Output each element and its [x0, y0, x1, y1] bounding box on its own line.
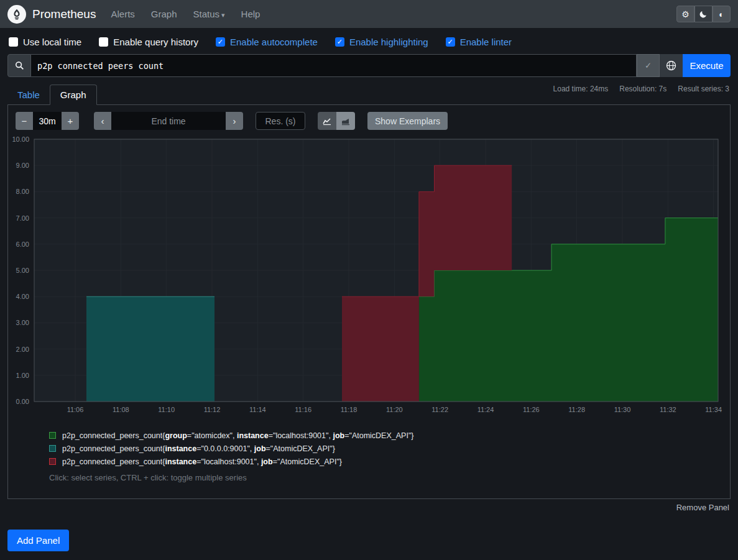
nav-item-status[interactable]: Status▾	[193, 9, 225, 19]
svg-text:11:08: 11:08	[113, 406, 129, 413]
remove-panel-link[interactable]: Remove Panel	[676, 503, 729, 512]
series-swatch-icon	[49, 432, 56, 439]
graph-panel: − + ‹ › Show Exemplars	[7, 104, 731, 499]
prometheus-brand[interactable]: Prometheus	[7, 5, 96, 24]
svg-text:11:06: 11:06	[67, 406, 84, 413]
svg-text:11:20: 11:20	[386, 406, 403, 413]
dark-theme-button[interactable]	[694, 6, 713, 22]
checkbox-enable-highlighting[interactable]: ✓ Enable highlighting	[335, 37, 428, 47]
auto-theme-button[interactable]: ◐	[713, 6, 731, 22]
svg-text:4.00: 4.00	[16, 293, 29, 300]
settings-gear-button[interactable]: ⚙	[676, 6, 694, 22]
brand-title: Prometheus	[32, 7, 96, 21]
time-forward-button[interactable]: ›	[226, 112, 243, 130]
tab-table[interactable]: Table	[7, 85, 50, 104]
resolution: Resolution: 7s	[619, 85, 667, 93]
plus-icon: +	[68, 116, 73, 126]
navbar: Prometheus Alerts Graph Status▾ Help ⚙ ◐	[0, 0, 738, 28]
svg-text:7.00: 7.00	[16, 214, 29, 222]
nav-item-alerts[interactable]: Alerts	[111, 9, 134, 19]
gear-icon: ⚙	[681, 9, 690, 19]
svg-text:1.00: 1.00	[16, 372, 29, 379]
svg-text:2.00: 2.00	[16, 346, 29, 353]
svg-text:6.00: 6.00	[16, 241, 29, 248]
nav-item-graph[interactable]: Graph	[151, 9, 177, 19]
range-group: − +	[16, 112, 79, 130]
time-back-button[interactable]: ‹	[94, 112, 111, 130]
svg-text:11:22: 11:22	[431, 406, 448, 413]
chart-legend: p2p_connected_peers_count{group="atomicd…	[49, 431, 730, 467]
series-label: p2p_connected_peers_count{instance="0.0.…	[62, 444, 335, 454]
metrics-explorer-button[interactable]	[660, 54, 683, 77]
legend-item[interactable]: p2p_connected_peers_count{instance="0.0.…	[49, 444, 730, 454]
minus-icon: −	[22, 116, 27, 126]
line-chart-icon	[322, 117, 332, 126]
stacked-chart-icon	[341, 117, 351, 126]
svg-text:5.00: 5.00	[16, 267, 29, 274]
svg-text:11:14: 11:14	[249, 406, 266, 413]
legend-item[interactable]: p2p_connected_peers_count{instance="loca…	[49, 457, 730, 467]
checkbox-enable-linter[interactable]: ✓ Enable linter	[446, 37, 512, 47]
execute-button[interactable]: Execute	[683, 54, 731, 77]
svg-text:3.00: 3.00	[16, 319, 29, 326]
confirm-query-button[interactable]: ✓	[637, 54, 660, 77]
show-exemplars-button[interactable]: Show Exemplars	[367, 112, 448, 130]
check-icon: ✓	[645, 61, 652, 70]
legend-item[interactable]: p2p_connected_peers_count{group="atomicd…	[49, 431, 730, 441]
chevron-left-icon: ‹	[101, 116, 104, 126]
resolution-input[interactable]	[256, 112, 305, 130]
svg-text:11:32: 11:32	[660, 406, 676, 413]
checkbox-enable-autocomplete[interactable]: ✓ Enable autocomplete	[216, 37, 318, 47]
query-expression-input[interactable]	[31, 54, 637, 77]
svg-text:11:10: 11:10	[158, 406, 175, 413]
increase-range-button[interactable]: +	[62, 112, 79, 130]
end-time-group: ‹ ›	[94, 112, 243, 130]
svg-text:8.00: 8.00	[16, 188, 29, 195]
query-bar: ✓ Execute	[7, 54, 731, 77]
globe-icon	[666, 60, 676, 71]
nav-item-help[interactable]: Help	[241, 9, 261, 19]
theme-toggle-group: ⚙ ◐	[676, 6, 731, 22]
checkbox-use-local-time[interactable]: Use local time	[9, 37, 81, 47]
checkbox-icon[interactable]	[99, 37, 108, 47]
add-panel-button[interactable]: Add Panel	[7, 530, 69, 551]
svg-text:11:28: 11:28	[568, 406, 585, 413]
checkbox-icon[interactable]: ✓	[335, 37, 344, 47]
tabs-row: Table Graph Load time: 24ms Resolution: …	[7, 83, 731, 104]
range-input[interactable]	[33, 112, 62, 130]
svg-text:11:18: 11:18	[341, 406, 357, 413]
query-stats: Load time: 24ms Resolution: 7s Result se…	[553, 85, 729, 93]
stacked-chart-toggle-button[interactable]	[336, 112, 355, 130]
svg-text:11:12: 11:12	[204, 406, 221, 413]
graph-controls: − + ‹ › Show Exemplars	[8, 105, 730, 130]
checkbox-icon[interactable]	[9, 37, 18, 47]
svg-text:11:30: 11:30	[614, 406, 631, 413]
svg-text:11:26: 11:26	[523, 406, 540, 413]
contrast-icon: ◐	[719, 9, 724, 19]
tab-graph[interactable]: Graph	[50, 85, 97, 105]
svg-text:0.00: 0.00	[16, 398, 29, 405]
decrease-range-button[interactable]: −	[16, 112, 33, 130]
checkbox-icon[interactable]: ✓	[216, 37, 225, 47]
caret-down-icon: ▾	[221, 11, 225, 19]
chevron-right-icon: ›	[233, 116, 236, 126]
prometheus-logo-icon	[7, 5, 26, 24]
moon-icon	[699, 10, 708, 18]
svg-text:9.00: 9.00	[16, 162, 29, 169]
series-swatch-icon	[49, 445, 56, 452]
search-icon	[15, 61, 24, 70]
load-time: Load time: 24ms	[553, 85, 609, 93]
series-swatch-icon	[49, 458, 56, 465]
query-options-row: Use local time Enable query history ✓ En…	[0, 28, 738, 54]
svg-text:11:34: 11:34	[705, 406, 722, 413]
nav-links: Alerts Graph Status▾ Help	[111, 9, 676, 19]
svg-text:10.00: 10.00	[12, 135, 29, 143]
svg-text:11:16: 11:16	[295, 406, 311, 413]
result-series: Result series: 3	[678, 85, 729, 93]
checkbox-enable-query-history[interactable]: Enable query history	[99, 37, 198, 47]
time-series-chart[interactable]: 0.001.002.003.004.005.006.007.008.009.00…	[8, 135, 730, 416]
line-chart-toggle-button[interactable]	[318, 112, 336, 130]
end-time-input[interactable]	[111, 112, 226, 130]
search-addon	[7, 54, 31, 77]
checkbox-icon[interactable]: ✓	[446, 37, 455, 47]
